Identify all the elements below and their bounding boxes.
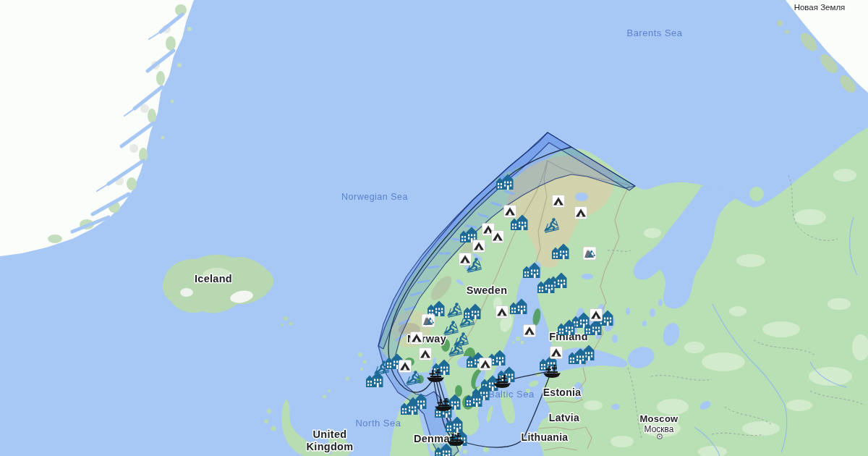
sea-label: North Sea: [355, 418, 401, 428]
camping-marker[interactable]: [575, 207, 587, 219]
place-label: Москва: [644, 424, 674, 434]
place-label: Lithuania: [522, 431, 569, 443]
camping-marker[interactable]: [504, 206, 516, 218]
ski-area-marker[interactable]: [583, 247, 596, 260]
place-label: Latvia: [549, 412, 579, 423]
place-label: Moscow: [639, 413, 678, 424]
moscow-city-symbol: [658, 434, 662, 439]
camping-marker[interactable]: [473, 240, 485, 253]
place-label: Kingdom: [307, 441, 354, 452]
sea-label: Barents Sea: [626, 28, 682, 38]
camping-marker[interactable]: [496, 306, 509, 318]
camping-marker[interactable]: [492, 231, 504, 243]
sea-label: Norwegian Sea: [341, 192, 408, 202]
camping-marker[interactable]: [590, 309, 603, 321]
place-label: Estonia: [543, 387, 582, 398]
camping-marker[interactable]: [524, 325, 536, 337]
place-label: Новая Земля: [794, 3, 846, 12]
camping-marker[interactable]: [420, 348, 432, 360]
camping-marker[interactable]: [553, 195, 565, 208]
camping-marker[interactable]: [411, 332, 423, 345]
camping-marker[interactable]: [550, 347, 563, 359]
terrain-layer: [0, 0, 868, 456]
map-canvas[interactable]: Barents SeaNorwegian SeaNorth SeaBaltic …: [0, 0, 868, 456]
city-dot-icon: [659, 436, 660, 437]
ski-area-marker[interactable]: [422, 314, 435, 327]
place-label: Sweden: [467, 284, 508, 296]
camping-marker[interactable]: [459, 253, 472, 266]
place-label: Iceland: [195, 273, 232, 284]
camping-marker[interactable]: [480, 358, 492, 371]
place-label: United: [313, 428, 347, 440]
camping-marker[interactable]: [399, 360, 412, 373]
